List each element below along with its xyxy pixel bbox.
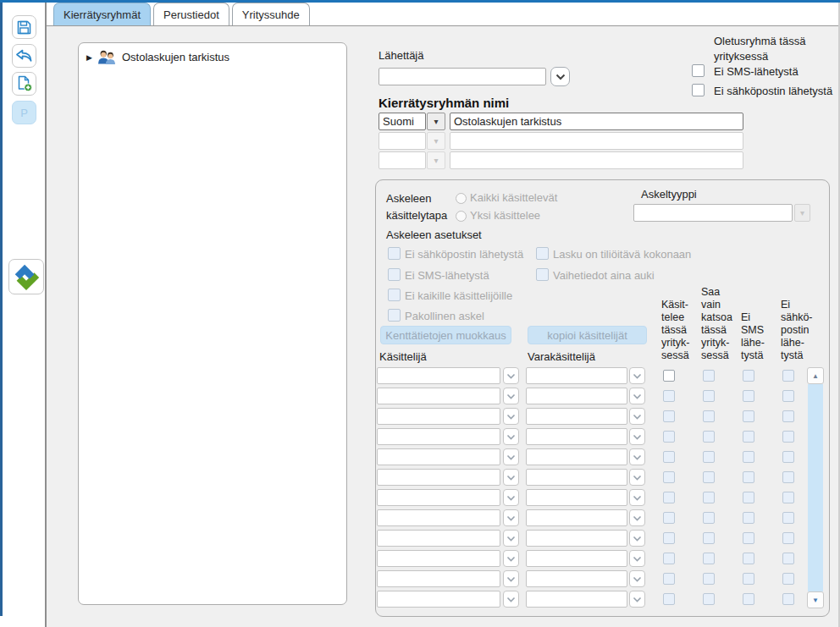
deputy-dropdown-button[interactable] bbox=[629, 489, 645, 506]
deputy-input[interactable] bbox=[526, 550, 627, 567]
handler-dropdown-button[interactable] bbox=[503, 530, 519, 547]
new-document-button[interactable] bbox=[12, 72, 36, 96]
handler-input[interactable] bbox=[377, 428, 500, 445]
deputy-input[interactable] bbox=[526, 448, 627, 465]
deputy-input[interactable] bbox=[526, 408, 627, 425]
deputy-input[interactable] bbox=[526, 591, 627, 608]
no-email-checkbox bbox=[782, 451, 794, 463]
handler-input[interactable] bbox=[377, 530, 500, 547]
handler-input[interactable] bbox=[377, 408, 500, 425]
tree-expand-caret-icon[interactable]: ▶ bbox=[86, 53, 92, 62]
deputy-dropdown-button[interactable] bbox=[629, 428, 645, 445]
language-dropdown-button[interactable]: ▾ bbox=[427, 113, 445, 130]
no-email-checkbox[interactable] bbox=[692, 84, 705, 96]
language-dropdown-button: ▾ bbox=[427, 132, 445, 150]
no-sms-setting-label: Ei SMS-lähetystä bbox=[405, 269, 489, 282]
handles-in-company-checkbox[interactable] bbox=[663, 370, 675, 382]
tree-item-ostolaskujen-tarkistus[interactable]: ▶ Ostolaskujen tarkistus bbox=[86, 50, 229, 64]
tab-bar: Kierrätysryhmät Perustiedot Yrityssuhde bbox=[47, 3, 840, 26]
deputy-input[interactable] bbox=[526, 367, 627, 384]
group-name-row: ▾ bbox=[379, 132, 743, 150]
handler-dropdown-button[interactable] bbox=[503, 509, 519, 526]
handler-input[interactable] bbox=[377, 367, 500, 384]
handler-input[interactable] bbox=[377, 388, 500, 404]
handler-table bbox=[377, 367, 807, 611]
deputy-dropdown-button[interactable] bbox=[629, 448, 645, 465]
handler-table-row bbox=[377, 570, 807, 591]
toolbar-sidebar: P bbox=[3, 3, 47, 627]
chevron-down-icon bbox=[633, 556, 642, 562]
handler-table-scrollbar[interactable]: ▲ ▼ bbox=[807, 367, 824, 608]
group-name-row: ▾ bbox=[379, 151, 743, 169]
group-name-heading: Kierrätysryhmän nimi bbox=[379, 96, 509, 110]
tab[interactable]: Perustiedot bbox=[153, 3, 229, 25]
handler-table-row bbox=[377, 428, 807, 448]
handler-dropdown-button[interactable] bbox=[503, 550, 519, 567]
handler-dropdown-button[interactable] bbox=[503, 428, 519, 445]
undo-icon bbox=[15, 49, 33, 63]
deputy-input[interactable] bbox=[526, 570, 627, 587]
handler-dropdown-button[interactable] bbox=[503, 408, 519, 425]
deputy-handler-column-label: Varakäsittelijä bbox=[528, 350, 595, 363]
handler-table-row bbox=[377, 509, 807, 530]
deputy-input[interactable] bbox=[526, 489, 627, 506]
handler-dropdown-button[interactable] bbox=[503, 570, 519, 587]
deputy-input[interactable] bbox=[526, 428, 627, 445]
deputy-dropdown-button[interactable] bbox=[629, 550, 645, 567]
handler-input[interactable] bbox=[377, 489, 500, 506]
tab[interactable]: Kierrätysryhmät bbox=[53, 3, 151, 25]
deputy-dropdown-button[interactable] bbox=[629, 591, 645, 608]
copy-handlers-button[interactable]: kopioi käsittelijät bbox=[528, 326, 647, 344]
no-sms-checkbox[interactable] bbox=[692, 64, 705, 77]
deputy-dropdown-button[interactable] bbox=[629, 469, 645, 486]
handler-dropdown-button[interactable] bbox=[503, 469, 519, 486]
chevron-down-icon bbox=[633, 475, 642, 481]
handler-input[interactable] bbox=[377, 591, 500, 608]
group-name-input[interactable] bbox=[450, 113, 743, 130]
sender-input[interactable] bbox=[379, 68, 546, 85]
deputy-input[interactable] bbox=[526, 469, 627, 486]
handler-dropdown-button[interactable] bbox=[503, 367, 519, 384]
handler-input[interactable] bbox=[377, 550, 500, 567]
handler-dropdown-button[interactable] bbox=[503, 591, 519, 608]
tab[interactable]: Yrityssuhde bbox=[232, 3, 310, 25]
handler-input[interactable] bbox=[377, 509, 500, 526]
circulation-groups-tree-panel: ▶ Ostolaskujen tarkistus bbox=[78, 42, 347, 605]
no-email-checkbox bbox=[782, 492, 794, 503]
view-only-in-company-checkbox bbox=[703, 370, 715, 382]
undo-button[interactable] bbox=[12, 44, 36, 68]
scroll-down-button[interactable]: ▼ bbox=[807, 591, 824, 608]
handler-dropdown-button[interactable] bbox=[503, 448, 519, 465]
scrollbar-track[interactable] bbox=[808, 384, 823, 591]
save-button[interactable] bbox=[12, 15, 36, 39]
handler-input[interactable] bbox=[377, 570, 500, 587]
deputy-input[interactable] bbox=[526, 530, 627, 547]
deputy-dropdown-button[interactable] bbox=[629, 388, 645, 404]
phase-info-always-open-checkbox bbox=[536, 268, 549, 281]
tab-label: Perustiedot bbox=[163, 8, 219, 21]
handler-input[interactable] bbox=[377, 448, 500, 465]
deputy-dropdown-button[interactable] bbox=[629, 367, 645, 384]
default-group-label: Oletusryhmä tässä yrityksessä bbox=[714, 34, 805, 64]
handler-input[interactable] bbox=[377, 469, 500, 486]
sender-dropdown-button[interactable] bbox=[550, 67, 570, 86]
deputy-dropdown-button[interactable] bbox=[629, 408, 645, 425]
deputy-input[interactable] bbox=[526, 388, 627, 404]
group-name-rows: Suomi ▾ ▾ ▾ bbox=[379, 113, 743, 171]
no-email-checkbox bbox=[782, 532, 794, 544]
app-logo-icon bbox=[11, 261, 41, 292]
no-sms-checkbox bbox=[743, 512, 754, 524]
deputy-dropdown-button[interactable] bbox=[629, 509, 645, 526]
scroll-up-button[interactable]: ▲ bbox=[807, 367, 824, 384]
handler-dropdown-button[interactable] bbox=[503, 388, 519, 404]
field-info-edit-button[interactable]: Kenttätietojen muokkaus bbox=[380, 326, 511, 344]
p-button-label: P bbox=[20, 107, 28, 119]
deputy-dropdown-button[interactable] bbox=[629, 530, 645, 547]
view-only-in-company-checkbox bbox=[703, 573, 715, 585]
handler-dropdown-button[interactable] bbox=[503, 489, 519, 506]
deputy-dropdown-button[interactable] bbox=[629, 570, 645, 587]
handles-in-company-column-header: Käsit- telee tässä yrityk- sessä bbox=[661, 299, 689, 362]
language-select[interactable]: Suomi bbox=[379, 113, 426, 130]
deputy-input[interactable] bbox=[526, 509, 627, 526]
no-email-setting-label: Ei sähköpostin lähetystä bbox=[405, 248, 523, 261]
